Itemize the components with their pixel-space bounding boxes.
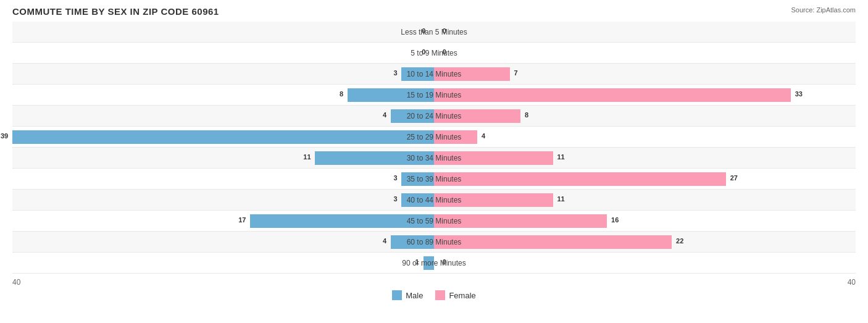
male-value: 0 — [422, 48, 425, 56]
chart-area: Less than 5 Minutes005 to 9 Minutes0010 … — [12, 22, 856, 277]
axis-left: 40 — [12, 278, 20, 287]
male-bar — [401, 67, 434, 81]
female-value: 0 — [443, 27, 446, 35]
female-bar — [434, 151, 553, 165]
male-value: 8 — [340, 90, 343, 98]
male-bar — [401, 193, 434, 207]
male-bar — [391, 109, 434, 123]
male-bar — [250, 214, 434, 228]
legend-female: Female — [435, 290, 475, 300]
chart-row: 35 to 39 Minutes327 — [12, 169, 856, 190]
male-bar — [424, 256, 435, 270]
chart-row: 15 to 19 Minutes833 — [12, 85, 856, 106]
male-value: 3 — [394, 174, 398, 182]
female-bar — [434, 109, 520, 123]
female-value: 33 — [795, 90, 803, 98]
chart-row: 45 to 59 Minutes1716 — [12, 211, 856, 232]
male-bar — [12, 130, 434, 144]
axis-right: 40 — [848, 278, 856, 287]
chart-row: Less than 5 Minutes00 — [12, 22, 856, 43]
male-color-box — [392, 290, 402, 300]
female-bar — [434, 214, 607, 228]
chart-container: COMMUTE TIME BY SEX IN ZIP CODE 60961 So… — [0, 0, 868, 323]
male-value: 4 — [383, 111, 386, 119]
female-bar — [434, 235, 672, 249]
source-text: Source: ZipAtlas.com — [791, 6, 856, 14]
chart-row: 30 to 34 Minutes1111 — [12, 148, 856, 169]
female-value: 0 — [443, 258, 446, 266]
female-value: 8 — [525, 111, 528, 119]
row-label: 90 or more Minutes — [402, 259, 465, 267]
female-value: 7 — [514, 69, 517, 77]
female-value: 22 — [676, 237, 683, 245]
male-value: 4 — [383, 237, 386, 245]
row-label: 5 to 9 Minutes — [411, 49, 457, 57]
legend-male: Male — [392, 290, 423, 300]
male-value: 3 — [394, 195, 398, 203]
chart-row: 5 to 9 Minutes00 — [12, 43, 856, 64]
female-value: 27 — [730, 174, 738, 182]
male-bar — [401, 172, 434, 186]
female-bar — [434, 67, 510, 81]
male-value: 1 — [415, 258, 419, 266]
female-bar — [434, 130, 477, 144]
female-value: 4 — [482, 132, 485, 140]
female-color-box — [435, 290, 445, 300]
chart-row: 90 or more Minutes10 — [12, 253, 856, 274]
male-value: 17 — [238, 216, 246, 224]
male-bar — [391, 235, 434, 249]
female-bar — [434, 172, 726, 186]
female-value: 0 — [443, 48, 446, 56]
chart-row: 20 to 24 Minutes48 — [12, 106, 856, 127]
male-value: 39 — [1, 132, 8, 140]
female-label: Female — [449, 291, 475, 300]
male-bar — [348, 88, 434, 102]
female-value: 11 — [557, 195, 564, 203]
female-bar — [434, 193, 553, 207]
male-bar — [315, 151, 434, 165]
male-value: 0 — [422, 27, 425, 35]
row-label: Less than 5 Minutes — [401, 28, 467, 36]
legend: Male Female — [12, 290, 856, 300]
chart-row: 60 to 89 Minutes422 — [12, 232, 856, 253]
chart-row: 10 to 14 Minutes37 — [12, 64, 856, 85]
female-value: 16 — [611, 216, 619, 224]
female-value: 11 — [557, 153, 564, 161]
chart-row: 40 to 44 Minutes311 — [12, 190, 856, 211]
chart-row: 25 to 29 Minutes394 — [12, 127, 856, 148]
male-value: 11 — [303, 153, 311, 161]
chart-title: COMMUTE TIME BY SEX IN ZIP CODE 60961 — [12, 6, 856, 17]
male-value: 3 — [394, 69, 398, 77]
male-label: Male — [406, 291, 423, 300]
axis-labels: 40 40 — [12, 278, 856, 287]
female-bar — [434, 88, 791, 102]
